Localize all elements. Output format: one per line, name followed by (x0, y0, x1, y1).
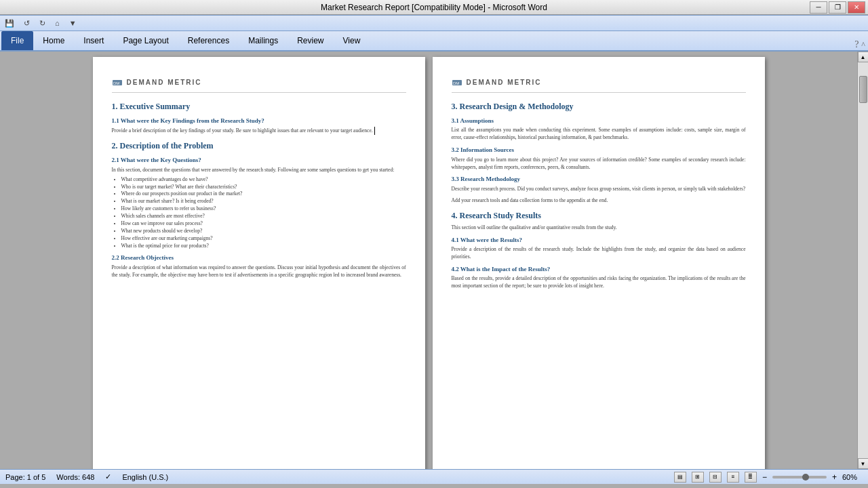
tab-file[interactable]: File (1, 31, 33, 50)
subsection-4-1-heading: 4.1 What were the Results? (452, 236, 746, 245)
vertical-scrollbar[interactable]: ▲ ▼ (857, 52, 868, 469)
view-print-btn[interactable]: ▤ (674, 472, 686, 483)
subsection-2-2-heading: 2.2 Research Objectives (112, 253, 406, 262)
tab-mailings[interactable]: Mailings (239, 31, 288, 50)
tab-view[interactable]: View (334, 31, 370, 50)
zoom-level[interactable]: 60% (842, 473, 863, 481)
list-item: Where do our prospects position our prod… (121, 190, 406, 198)
subsection-3-3-body: Describe your research process. Did you … (452, 186, 746, 193)
tab-insert[interactable]: Insert (74, 31, 113, 50)
spell-check-icon[interactable]: ✓ (105, 472, 111, 481)
window-controls: ─ ❐ ✕ (810, 1, 865, 14)
tab-review[interactable]: Review (288, 31, 333, 50)
main-area: DM DEMAND METRIC 1. Executive Summary 1.… (0, 52, 868, 469)
demand-metric-logo-right: DM (452, 77, 462, 88)
list-item: What new products should we develop? (121, 228, 406, 235)
list-item: How effective are our marketing campaign… (121, 235, 406, 243)
section-4-intro: This section will outline the qualitativ… (452, 224, 746, 232)
word-count: Words: 648 (56, 473, 94, 481)
subsection-3-1-body: List all the assumptions you made when c… (452, 127, 746, 142)
section-3-heading: 3. Research Design & Methodology (452, 101, 746, 113)
view-outline-btn[interactable]: ≡ (727, 472, 739, 483)
list-item: What is the optimal price for our produc… (121, 243, 406, 250)
scroll-down-btn[interactable]: ▼ (858, 458, 869, 469)
status-right: ▤ ⊞ ⊟ ≡ ≣ − + 60% (674, 472, 863, 483)
help-icon[interactable]: ? (854, 39, 859, 50)
status-bar: Page: 1 of 5 Words: 648 ✓ English (U.S.)… (0, 469, 868, 484)
logo-right: DM DEMAND METRIC (452, 77, 746, 93)
subsection-3-2-body: Where did you go to learn more about thi… (452, 157, 746, 171)
subsection-4-2-heading: 4.2 What is the Impact of the Results? (452, 265, 746, 274)
ribbon-minimize-icon[interactable]: ^ (861, 40, 865, 50)
subsection-4-1-body: Provide a description of the results of … (452, 246, 746, 261)
page-info: Page: 1 of 5 (5, 473, 45, 481)
page-left[interactable]: DM DEMAND METRIC 1. Executive Summary 1.… (93, 57, 425, 469)
subsection-4-2-body: Based on the results, provide a detailed… (452, 275, 746, 290)
logo-left: DM DEMAND METRIC (112, 77, 406, 93)
pages-container: DM DEMAND METRIC 1. Executive Summary 1.… (0, 52, 857, 469)
section-4-heading: 4. Research Study Results (452, 210, 746, 222)
scroll-thumb[interactable] (859, 76, 867, 103)
zoom-in-btn[interactable]: + (832, 472, 837, 482)
subsection-2-1-heading: 2.1 What were the Key Questions? (112, 156, 406, 165)
save-quick-btn[interactable]: 💾 (3, 18, 16, 28)
minimize-btn[interactable]: ─ (810, 1, 827, 14)
subsection-1-1-body: Provide a brief description of the key f… (112, 127, 406, 135)
view-web-btn[interactable]: ⊟ (709, 472, 722, 483)
subsection-1-1-heading: 1.1 What were the Key Findings from the … (112, 117, 406, 125)
home-quick-btn[interactable]: ⌂ (53, 18, 62, 28)
section-1-heading: 1. Executive Summary (112, 101, 406, 113)
close-btn[interactable]: ✕ (848, 1, 865, 14)
language-info[interactable]: English (U.S.) (122, 473, 168, 481)
tab-references[interactable]: References (178, 31, 239, 50)
text-cursor (374, 127, 375, 135)
restore-btn[interactable]: ❐ (829, 1, 846, 14)
view-draft-btn[interactable]: ≣ (745, 472, 757, 483)
quick-access-toolbar: 💾 ↺ ↻ ⌂ ▼ (0, 15, 868, 31)
logo-text-right: DEMAND METRIC (467, 78, 542, 87)
logo-text-left: DEMAND METRIC (127, 78, 202, 87)
tab-home[interactable]: Home (33, 31, 74, 50)
title-text: Market Research Report [Compatibility Mo… (321, 3, 547, 12)
redo-btn[interactable]: ↻ (37, 18, 47, 28)
page-right[interactable]: DM DEMAND METRIC 3. Research Design & Me… (433, 57, 765, 469)
subsection-2-1-body: In this section, document the questions … (112, 167, 406, 174)
zoom-slider[interactable] (772, 476, 827, 479)
view-fullscreen-btn[interactable]: ⊞ (692, 472, 704, 483)
subsection-3-1-heading: 3.1 Assumptions (452, 117, 746, 125)
svg-text:DM: DM (453, 81, 459, 85)
list-item: How can we improve our sales process? (121, 220, 406, 228)
list-item: How likely are customers to refer us bus… (121, 205, 406, 213)
svg-text:DM: DM (113, 81, 119, 85)
subsection-3-3-heading: 3.3 Research Methodology (452, 175, 746, 184)
zoom-out-btn[interactable]: − (762, 472, 767, 482)
title-bar: Market Research Report [Compatibility Mo… (0, 0, 868, 15)
undo-btn[interactable]: ↺ (22, 18, 32, 28)
scroll-track (859, 62, 868, 458)
scroll-up-btn[interactable]: ▲ (858, 52, 869, 62)
subsection-3-2-heading: 3.2 Information Sources (452, 146, 746, 155)
key-questions-list: What competitive advantages do we have? … (112, 176, 406, 250)
list-item: What is our market share? Is it being er… (121, 198, 406, 205)
tab-page-layout[interactable]: Page Layout (113, 31, 178, 50)
dropdown-btn[interactable]: ▼ (67, 18, 79, 28)
section-2-heading: 2. Description of the Problem (112, 140, 406, 152)
demand-metric-logo-left: DM (112, 77, 123, 88)
list-item: Who is our target market? What are their… (121, 184, 406, 191)
ribbon: File Home Insert Page Layout References … (0, 31, 868, 52)
list-item: What competitive advantages do we have? (121, 176, 406, 184)
ribbon-tabs: File Home Insert Page Layout References … (0, 31, 868, 50)
subsection-2-2-body: Provide a description of what informatio… (112, 264, 406, 279)
subsection-3-3-body2: Add your research tools and data collect… (452, 197, 746, 205)
zoom-thumb (802, 474, 809, 481)
list-item: Which sales channels are most effective? (121, 213, 406, 220)
